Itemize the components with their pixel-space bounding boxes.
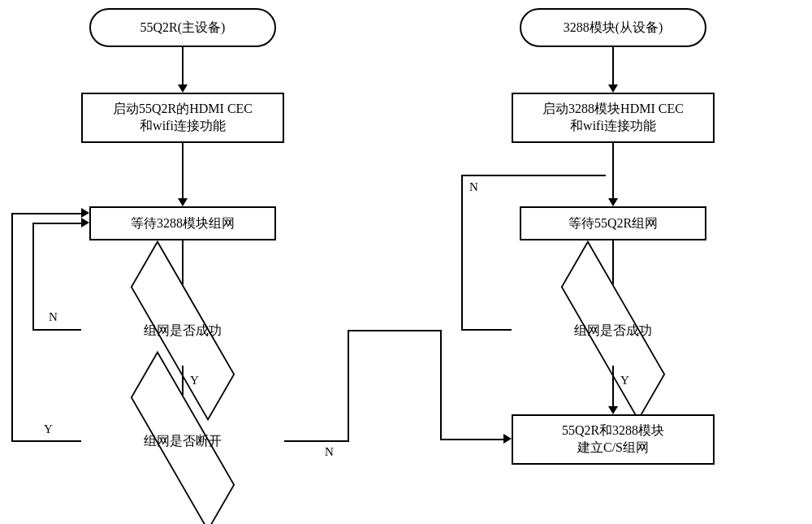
edge bbox=[440, 439, 505, 440]
process-right-3-label: 55Q2R和3288模块 建立C/S组网 bbox=[562, 422, 664, 457]
decision-left-1: 组网是否成功 bbox=[77, 294, 288, 367]
edge bbox=[182, 47, 184, 86]
edge bbox=[284, 440, 349, 442]
process-left-1-label: 启动55Q2R的HDMI CEC 和wifi连接功能 bbox=[113, 101, 253, 135]
edge bbox=[461, 329, 512, 331]
edge bbox=[32, 329, 81, 331]
decision-left-2: 组网是否断开 bbox=[77, 405, 288, 478]
terminal-right-label: 3288模块(从设备) bbox=[564, 19, 663, 37]
arrow bbox=[81, 208, 89, 218]
edge bbox=[612, 143, 614, 200]
arrow bbox=[608, 198, 618, 206]
edge bbox=[461, 175, 463, 331]
edge bbox=[348, 330, 349, 442]
process-left-2: 等待3288模块组网 bbox=[89, 206, 276, 240]
arrow bbox=[178, 198, 188, 206]
edge bbox=[461, 175, 606, 176]
arrow bbox=[178, 84, 188, 93]
process-left-1: 启动55Q2R的HDMI CEC 和wifi连接功能 bbox=[81, 93, 284, 143]
process-right-1: 启动3288模块HDMI CEC 和wifi连接功能 bbox=[512, 93, 715, 143]
label-n: N bbox=[325, 445, 334, 459]
terminal-left: 55Q2R(主设备) bbox=[89, 8, 276, 47]
edge bbox=[11, 440, 81, 442]
decision-right-1-label: 组网是否成功 bbox=[508, 323, 719, 340]
edge bbox=[11, 213, 83, 214]
process-right-2: 等待55Q2R组网 bbox=[520, 206, 706, 240]
edge bbox=[348, 330, 442, 331]
label-y: Y bbox=[44, 422, 53, 436]
label-n: N bbox=[469, 180, 478, 194]
edge bbox=[612, 366, 614, 408]
edge bbox=[32, 223, 83, 224]
arrow bbox=[503, 434, 512, 444]
process-right-1-label: 启动3288模块HDMI CEC 和wifi连接功能 bbox=[542, 101, 684, 135]
arrow bbox=[608, 406, 618, 414]
label-n: N bbox=[49, 310, 58, 324]
decision-left-2-label: 组网是否断开 bbox=[77, 433, 288, 450]
terminal-right: 3288模块(从设备) bbox=[520, 8, 706, 47]
label-y: Y bbox=[190, 374, 199, 388]
process-right-3: 55Q2R和3288模块 建立C/S组网 bbox=[512, 414, 715, 465]
decision-right-1: 组网是否成功 bbox=[508, 294, 719, 367]
edge bbox=[440, 330, 442, 440]
edge bbox=[182, 143, 184, 200]
edge bbox=[612, 47, 614, 86]
decision-left-1-label: 组网是否成功 bbox=[77, 323, 288, 340]
process-right-2-label: 等待55Q2R组网 bbox=[568, 215, 658, 232]
arrow bbox=[608, 84, 618, 93]
edge bbox=[32, 223, 34, 331]
process-left-2-label: 等待3288模块组网 bbox=[131, 215, 235, 232]
edge bbox=[11, 213, 13, 442]
terminal-left-label: 55Q2R(主设备) bbox=[140, 19, 226, 37]
label-y: Y bbox=[620, 374, 629, 388]
arrow bbox=[81, 218, 89, 227]
